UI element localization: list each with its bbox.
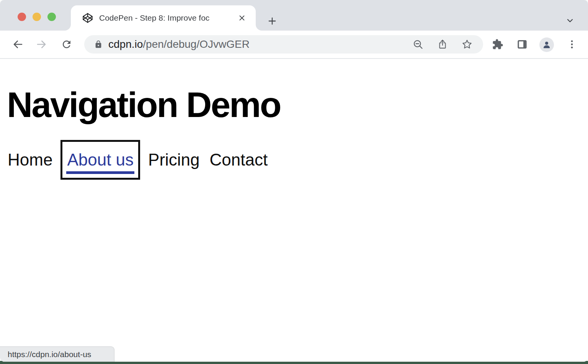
nav-link-about-us-label: About us <box>67 150 134 169</box>
url-host: cdpn.io <box>108 38 143 50</box>
lock-icon[interactable] <box>94 40 103 49</box>
new-tab-button[interactable] <box>267 16 278 26</box>
codepen-logo-icon <box>82 13 93 23</box>
share-icon[interactable] <box>437 39 448 50</box>
person-icon <box>542 40 551 49</box>
url-text[interactable]: cdpn.io/pen/debug/OJvwGER <box>108 38 250 50</box>
nav-link-home[interactable]: Home <box>8 150 52 169</box>
side-panel-icon[interactable] <box>516 39 528 50</box>
minimize-window-button[interactable] <box>33 13 41 21</box>
window-controls <box>18 13 56 21</box>
extensions-puzzle-icon[interactable] <box>492 39 503 50</box>
site-navigation: HomeAbout usPricingContact <box>8 142 588 178</box>
focus-underline <box>66 171 134 174</box>
nav-link-contact[interactable]: Contact <box>210 150 268 169</box>
tab-close-icon[interactable] <box>238 14 246 22</box>
zoom-window-button[interactable] <box>47 13 56 21</box>
reload-button[interactable] <box>61 39 72 50</box>
tab-curve-left <box>65 24 71 31</box>
nav-link-pricing[interactable]: Pricing <box>148 150 200 169</box>
screenshot-root: CodePen - Step 8: Improve foc <box>0 0 588 364</box>
zoom-out-icon[interactable] <box>413 39 423 50</box>
profile-avatar[interactable] <box>539 37 554 52</box>
back-button[interactable] <box>12 39 24 50</box>
tab-strip: CodePen - Step 8: Improve foc <box>0 0 588 31</box>
browser-toolbar: cdpn.io/pen/debug/OJvwGER <box>0 31 588 59</box>
bookmark-star-icon[interactable] <box>462 39 472 50</box>
nav-link-about-us[interactable]: About us <box>62 142 138 178</box>
tab-title: CodePen - Step 8: Improve foc <box>99 13 234 23</box>
page-content: Navigation Demo HomeAbout usPricingConta… <box>0 87 588 362</box>
page-title: Navigation Demo <box>7 87 588 123</box>
browser-menu-dots-icon[interactable] <box>567 39 577 50</box>
browser-tab-active[interactable]: CodePen - Step 8: Improve foc <box>71 5 256 31</box>
status-url-text: https://cdpn.io/about-us <box>8 350 91 359</box>
url-path: /pen/debug/OJvwGER <box>143 38 250 50</box>
tab-curve-right <box>256 24 262 31</box>
close-window-button[interactable] <box>18 13 26 21</box>
forward-button[interactable] <box>36 39 47 50</box>
url-bar[interactable]: cdpn.io/pen/debug/OJvwGER <box>84 35 483 54</box>
browser-window: CodePen - Step 8: Improve foc <box>0 0 588 362</box>
tab-search-chevron-icon[interactable] <box>565 16 575 25</box>
status-bar-link-preview: https://cdpn.io/about-us <box>0 346 114 362</box>
